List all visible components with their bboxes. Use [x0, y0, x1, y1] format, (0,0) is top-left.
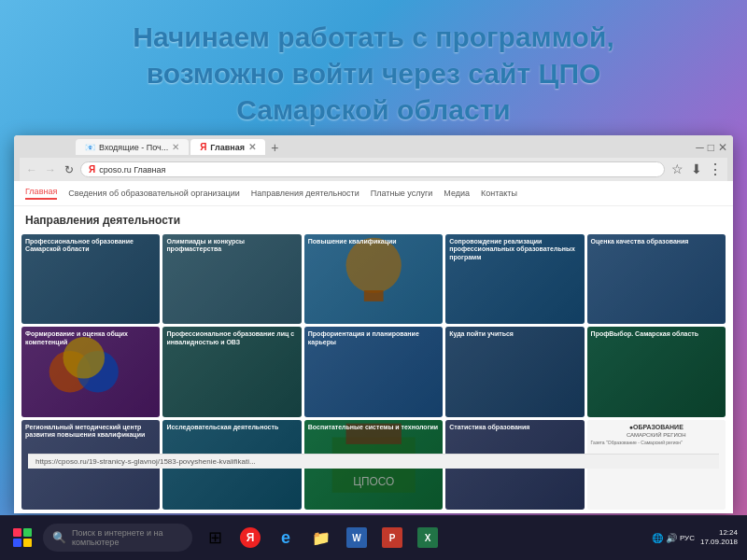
email-tab-close[interactable]: ✕ — [172, 142, 179, 152]
ppt-icon: P — [382, 527, 402, 548]
taskbar-clock: 12:24 17.09.2018 — [700, 528, 738, 548]
newspaper-subtitle: САМАРСКИЙ РЕГИОН — [591, 432, 722, 438]
browser-nav-bar: ← → ↻ Я cposo.ru Главная ☆ ⬇ ⋮ — [20, 158, 727, 181]
taskbar-right: 🌐 🔊 РУС 12:24 17.09.2018 — [652, 528, 743, 548]
site-nav-home[interactable]: Главная — [25, 187, 57, 200]
yandex-icon: Я — [240, 527, 261, 548]
main-tab-close[interactable]: ✕ — [248, 142, 256, 152]
email-tab-label: Входящие - Поч... — [99, 143, 168, 152]
site-nav-about[interactable]: Сведения об образовательной организации — [68, 189, 239, 198]
search-icon: 🔍 — [52, 531, 66, 544]
cortana-icon: ⊞ — [208, 527, 222, 548]
status-bar: https://cposo.ru/19-stranicy-s-glavnoj/1… — [28, 454, 719, 469]
browser-window: 📧 Входящие - Поч... ✕ Я Главная ✕ + ─ □ … — [14, 135, 733, 513]
nav-actions: ☆ ⬇ ⋮ — [669, 161, 723, 178]
slide-title: Начинаем работать с программой,возможно … — [0, 9, 747, 137]
card-4-label: Сопровождение реализации профессиональны… — [445, 234, 584, 324]
network-icon[interactable]: 🌐 — [652, 533, 663, 543]
taskbar-system-icons: 🌐 🔊 РУС — [652, 533, 695, 543]
card-3[interactable]: Повышение квалификации — [304, 234, 443, 324]
site-nav-contacts[interactable]: Контакты — [481, 189, 517, 198]
address-text: cposo.ru Главная — [99, 165, 165, 175]
win-sq-yellow — [23, 539, 32, 547]
taskbar-edge[interactable]: e — [269, 521, 303, 554]
start-button[interactable] — [4, 519, 41, 556]
main-tab-label: Главная — [210, 143, 245, 152]
newspaper-body: Газета "Образование - Самарский регион" — [591, 440, 722, 446]
title-text: Начинаем работать с программой,возможно … — [37, 19, 710, 128]
excel-icon: X — [417, 527, 438, 548]
volume-icon[interactable]: 🔊 — [666, 533, 677, 543]
date-display: 17.09.2018 — [700, 538, 738, 547]
site-nav-media[interactable]: Медиа — [444, 189, 470, 198]
windows-icon — [13, 528, 32, 547]
taskbar: 🔍 Поиск в интернете и на компьютере ⊞ Я … — [0, 515, 747, 560]
minimize-button[interactable]: ─ — [696, 141, 704, 154]
win-sq-red — [13, 528, 21, 537]
card-9-label: Куда пойти учиться — [445, 327, 584, 416]
explorer-icon: 📁 — [312, 529, 331, 547]
email-tab-icon: 📧 — [85, 143, 95, 152]
site-nav: Главная Сведения об образовательной орга… — [14, 181, 733, 206]
word-icon: W — [346, 527, 367, 548]
newspaper-title: ●ОБРАЗОВАНИЕ — [591, 424, 722, 430]
card-3-label: Повышение квалификации — [304, 234, 443, 324]
card-5-label: Оценка качества образования — [587, 234, 726, 324]
search-placeholder: Поиск в интернете и на компьютере — [72, 528, 183, 547]
win-sq-green — [23, 528, 32, 537]
taskbar-excel[interactable]: X — [411, 521, 444, 554]
win-sq-blue — [13, 539, 21, 547]
browser-top-bar: 📧 Входящие - Поч... ✕ Я Главная ✕ + ─ □ … — [20, 139, 727, 155]
download-button[interactable]: ⬇ — [688, 161, 705, 177]
taskbar-explorer[interactable]: 📁 — [304, 521, 338, 554]
card-8-label: Профориентация и планирование карьеры — [304, 327, 443, 416]
address-bar[interactable]: Я cposo.ru Главная — [80, 161, 665, 177]
language-label: РУС — [680, 534, 695, 542]
card-7-label: Профессиональное образование лиц с инвал… — [162, 327, 301, 416]
page-heading: Направления деятельности — [14, 206, 733, 231]
forward-button[interactable]: → — [43, 162, 58, 177]
card-6-label: Формирование и оценка общих компетенций — [21, 327, 160, 416]
maximize-button[interactable]: □ — [708, 141, 714, 154]
taskbar-yandex[interactable]: Я — [233, 521, 267, 554]
bookmark-button[interactable]: ☆ — [669, 161, 685, 177]
card-2[interactable]: Олимпиады и конкурсы профмастерства — [162, 234, 301, 324]
activities-grid: Профессиональное образование Самарской о… — [14, 231, 733, 513]
taskbar-apps: ⊞ Я e 📁 W P X — [198, 521, 444, 554]
taskbar-word[interactable]: W — [340, 521, 374, 554]
card-6[interactable]: Формирование и оценка общих компетенций — [21, 327, 160, 416]
card-9[interactable]: Куда пойти учиться — [445, 327, 584, 416]
site-nav-activities[interactable]: Направления деятельности — [251, 189, 359, 198]
card-4[interactable]: Сопровождение реализации профессиональны… — [445, 234, 584, 324]
browser-tabs: 📧 Входящие - Поч... ✕ Я Главная ✕ + — [76, 139, 278, 155]
yandex-tab-icon: Я — [200, 142, 206, 152]
card-5[interactable]: Оценка качества образования — [587, 234, 726, 324]
browser-menu-button[interactable]: ⋮ — [708, 161, 723, 178]
card-10-label: ПрофВыбор. Самарская область — [587, 327, 726, 416]
browser-tab-email[interactable]: 📧 Входящие - Поч... ✕ — [76, 139, 189, 155]
card-10[interactable]: ПрофВыбор. Самарская область — [587, 327, 726, 416]
refresh-button[interactable]: ↻ — [62, 162, 77, 177]
card-8[interactable]: Профориентация и планирование карьеры — [304, 327, 443, 416]
status-url: https://cposo.ru/19-stranicy-s-glavnoj/1… — [35, 457, 256, 466]
browser-tab-main[interactable]: Я Главная ✕ — [190, 139, 265, 155]
taskbar-search[interactable]: 🔍 Поиск в интернете и на компьютере — [43, 524, 192, 552]
edge-icon: e — [281, 528, 290, 548]
yandex-logo: Я — [89, 164, 95, 175]
site-nav-services[interactable]: Платные услуги — [371, 189, 433, 198]
card-1-label: Профессиональное образование Самарской о… — [21, 234, 160, 324]
card-7[interactable]: Профессиональное образование лиц с инвал… — [162, 327, 301, 416]
back-button[interactable]: ← — [24, 162, 39, 177]
close-button[interactable]: ✕ — [718, 141, 727, 154]
taskbar-powerpoint[interactable]: P — [375, 521, 409, 554]
taskbar-cortana[interactable]: ⊞ — [198, 521, 232, 554]
browser-chrome: 📧 Входящие - Поч... ✕ Я Главная ✕ + ─ □ … — [14, 135, 733, 181]
new-tab-button[interactable]: + — [271, 140, 278, 155]
time-display: 12:24 — [700, 528, 738, 538]
card-1[interactable]: Профессиональное образование Самарской о… — [21, 234, 160, 324]
card-2-label: Олимпиады и конкурсы профмастерства — [162, 234, 301, 324]
